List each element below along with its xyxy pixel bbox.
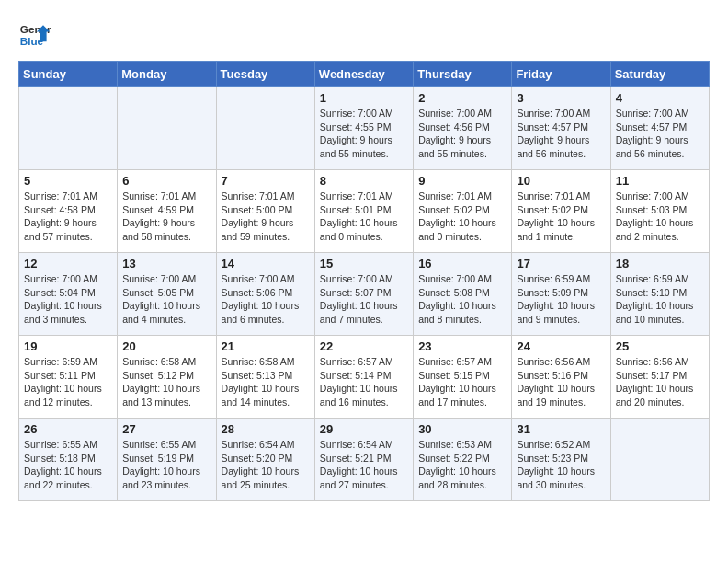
weekday-header-sunday: Sunday <box>19 62 118 87</box>
calendar-cell <box>216 87 314 170</box>
day-info: Sunrise: 7:01 AMSunset: 5:01 PMDaylight:… <box>320 190 408 244</box>
day-info: Sunrise: 6:54 AMSunset: 5:21 PMDaylight:… <box>320 438 408 492</box>
calendar-cell: 2Sunrise: 7:00 AMSunset: 4:56 PMDaylight… <box>414 87 512 170</box>
calendar-cell: 28Sunrise: 6:54 AMSunset: 5:20 PMDayligh… <box>216 419 314 501</box>
day-number: 23 <box>418 339 506 353</box>
weekday-header-wednesday: Wednesday <box>314 62 413 87</box>
day-number: 25 <box>616 339 704 353</box>
day-info: Sunrise: 7:00 AMSunset: 4:57 PMDaylight:… <box>616 107 704 161</box>
calendar-cell: 23Sunrise: 6:57 AMSunset: 5:15 PMDayligh… <box>414 336 512 419</box>
weekday-header-friday: Friday <box>512 62 610 87</box>
day-number: 24 <box>517 339 605 353</box>
day-info: Sunrise: 6:52 AMSunset: 5:23 PMDaylight:… <box>517 438 605 492</box>
weekday-header-tuesday: Tuesday <box>216 62 314 87</box>
day-info: Sunrise: 6:58 AMSunset: 5:12 PMDaylight:… <box>122 355 210 409</box>
calendar-cell: 31Sunrise: 6:52 AMSunset: 5:23 PMDayligh… <box>512 419 610 501</box>
day-info: Sunrise: 7:01 AMSunset: 4:59 PMDaylight:… <box>122 190 210 244</box>
day-info: Sunrise: 6:59 AMSunset: 5:09 PMDaylight:… <box>517 272 605 327</box>
day-number: 30 <box>418 422 506 436</box>
calendar-cell: 22Sunrise: 6:57 AMSunset: 5:14 PMDayligh… <box>314 336 413 419</box>
day-info: Sunrise: 6:56 AMSunset: 5:17 PMDaylight:… <box>616 355 704 409</box>
day-number: 6 <box>122 174 210 188</box>
calendar-cell: 20Sunrise: 6:58 AMSunset: 5:12 PMDayligh… <box>118 336 216 419</box>
day-number: 10 <box>517 174 605 188</box>
calendar-cell: 1Sunrise: 7:00 AMSunset: 4:55 PMDaylight… <box>314 87 413 170</box>
day-number: 2 <box>418 91 506 105</box>
day-number: 28 <box>222 422 310 436</box>
calendar-cell: 17Sunrise: 6:59 AMSunset: 5:09 PMDayligh… <box>512 253 610 336</box>
day-info: Sunrise: 6:59 AMSunset: 5:10 PMDaylight:… <box>616 272 704 327</box>
weekday-row: SundayMondayTuesdayWednesdayThursdayFrid… <box>19 62 710 87</box>
day-number: 29 <box>320 422 408 436</box>
day-info: Sunrise: 7:00 AMSunset: 5:07 PMDaylight:… <box>320 272 408 327</box>
day-number: 22 <box>320 339 408 353</box>
calendar-cell: 15Sunrise: 7:00 AMSunset: 5:07 PMDayligh… <box>314 253 413 336</box>
day-number: 12 <box>24 257 112 270</box>
day-number: 21 <box>222 339 310 353</box>
day-number: 1 <box>320 91 408 105</box>
calendar-cell <box>610 419 709 501</box>
day-number: 18 <box>616 257 704 270</box>
calendar-cell: 29Sunrise: 6:54 AMSunset: 5:21 PMDayligh… <box>314 419 413 501</box>
calendar-cell <box>19 87 118 170</box>
calendar-week-4: 19Sunrise: 6:59 AMSunset: 5:11 PMDayligh… <box>19 336 710 419</box>
day-number: 8 <box>320 174 408 188</box>
calendar-cell: 27Sunrise: 6:55 AMSunset: 5:19 PMDayligh… <box>118 419 216 501</box>
day-number: 26 <box>24 422 112 436</box>
calendar-cell: 14Sunrise: 7:00 AMSunset: 5:06 PMDayligh… <box>216 253 314 336</box>
calendar-week-2: 5Sunrise: 7:01 AMSunset: 4:58 PMDaylight… <box>19 170 710 253</box>
day-info: Sunrise: 7:01 AMSunset: 5:02 PMDaylight:… <box>418 190 506 244</box>
calendar-cell: 12Sunrise: 7:00 AMSunset: 5:04 PMDayligh… <box>19 253 118 336</box>
calendar-cell <box>118 87 216 170</box>
calendar-cell: 18Sunrise: 6:59 AMSunset: 5:10 PMDayligh… <box>610 253 709 336</box>
calendar-cell: 7Sunrise: 7:01 AMSunset: 5:00 PMDaylight… <box>216 170 314 253</box>
day-info: Sunrise: 7:01 AMSunset: 4:58 PMDaylight:… <box>24 190 112 244</box>
calendar-cell: 11Sunrise: 7:00 AMSunset: 5:03 PMDayligh… <box>610 170 709 253</box>
weekday-header-saturday: Saturday <box>610 62 709 87</box>
day-number: 14 <box>222 257 310 270</box>
day-number: 16 <box>418 257 506 270</box>
day-number: 9 <box>418 174 506 188</box>
calendar-cell: 25Sunrise: 6:56 AMSunset: 5:17 PMDayligh… <box>610 336 709 419</box>
calendar-cell: 19Sunrise: 6:59 AMSunset: 5:11 PMDayligh… <box>19 336 118 419</box>
day-info: Sunrise: 6:58 AMSunset: 5:13 PMDaylight:… <box>222 355 310 409</box>
day-info: Sunrise: 7:00 AMSunset: 5:08 PMDaylight:… <box>418 272 506 327</box>
day-info: Sunrise: 7:00 AMSunset: 5:06 PMDaylight:… <box>222 272 310 327</box>
logo: General Blue <box>18 18 51 52</box>
day-number: 19 <box>24 339 112 353</box>
weekday-header-monday: Monday <box>118 62 216 87</box>
day-info: Sunrise: 6:57 AMSunset: 5:15 PMDaylight:… <box>418 355 506 409</box>
day-info: Sunrise: 7:00 AMSunset: 4:57 PMDaylight:… <box>517 107 605 161</box>
day-info: Sunrise: 7:00 AMSunset: 4:56 PMDaylight:… <box>418 107 506 161</box>
calendar-week-3: 12Sunrise: 7:00 AMSunset: 5:04 PMDayligh… <box>19 253 710 336</box>
day-number: 27 <box>122 422 210 436</box>
day-info: Sunrise: 6:57 AMSunset: 5:14 PMDaylight:… <box>320 355 408 409</box>
day-info: Sunrise: 6:59 AMSunset: 5:11 PMDaylight:… <box>24 355 112 409</box>
calendar-cell: 21Sunrise: 6:58 AMSunset: 5:13 PMDayligh… <box>216 336 314 419</box>
calendar-table: SundayMondayTuesdayWednesdayThursdayFrid… <box>18 61 710 501</box>
day-number: 15 <box>320 257 408 270</box>
calendar-cell: 8Sunrise: 7:01 AMSunset: 5:01 PMDaylight… <box>314 170 413 253</box>
calendar-week-1: 1Sunrise: 7:00 AMSunset: 4:55 PMDaylight… <box>19 87 710 170</box>
day-number: 13 <box>122 257 210 270</box>
day-info: Sunrise: 7:01 AMSunset: 5:00 PMDaylight:… <box>222 190 310 244</box>
day-number: 5 <box>24 174 112 188</box>
day-info: Sunrise: 6:53 AMSunset: 5:22 PMDaylight:… <box>418 438 506 492</box>
calendar-cell: 3Sunrise: 7:00 AMSunset: 4:57 PMDaylight… <box>512 87 610 170</box>
day-info: Sunrise: 6:55 AMSunset: 5:19 PMDaylight:… <box>122 438 210 492</box>
day-number: 11 <box>616 174 704 188</box>
day-number: 17 <box>517 257 605 270</box>
calendar-cell: 26Sunrise: 6:55 AMSunset: 5:18 PMDayligh… <box>19 419 118 501</box>
day-info: Sunrise: 6:56 AMSunset: 5:16 PMDaylight:… <box>517 355 605 409</box>
day-number: 3 <box>517 91 605 105</box>
day-number: 20 <box>122 339 210 353</box>
calendar-header: SundayMondayTuesdayWednesdayThursdayFrid… <box>19 62 710 87</box>
day-info: Sunrise: 7:00 AMSunset: 5:04 PMDaylight:… <box>24 272 112 327</box>
calendar-cell: 4Sunrise: 7:00 AMSunset: 4:57 PMDaylight… <box>610 87 709 170</box>
day-number: 31 <box>517 422 605 436</box>
calendar-week-5: 26Sunrise: 6:55 AMSunset: 5:18 PMDayligh… <box>19 419 710 501</box>
day-info: Sunrise: 6:55 AMSunset: 5:18 PMDaylight:… <box>24 438 112 492</box>
calendar-cell: 9Sunrise: 7:01 AMSunset: 5:02 PMDaylight… <box>414 170 512 253</box>
day-info: Sunrise: 7:01 AMSunset: 5:02 PMDaylight:… <box>517 190 605 244</box>
calendar-cell: 6Sunrise: 7:01 AMSunset: 4:59 PMDaylight… <box>118 170 216 253</box>
